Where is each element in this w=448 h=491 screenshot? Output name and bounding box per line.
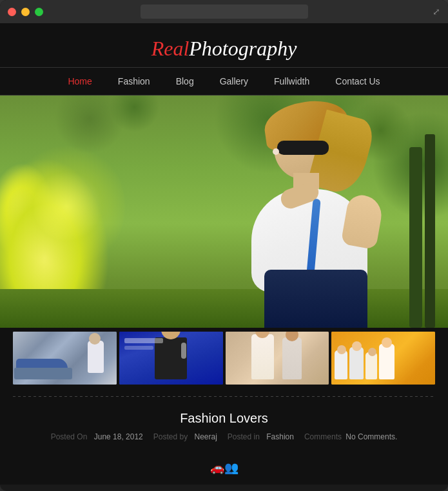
hero-scene (0, 95, 448, 328)
nav-link-home[interactable]: Home (55, 74, 104, 89)
post-meta: Posted On June 18, 2012 Posted by Neeraj… (13, 432, 435, 441)
address-bar[interactable] (141, 5, 308, 19)
main-nav: Home Fashion Blog Gallery Fullwidth Cont… (0, 68, 448, 95)
hero-figure (216, 95, 409, 328)
site-header: RealPhotography (0, 23, 448, 68)
post-date[interactable]: June 18, 2012 (94, 432, 143, 441)
post-info: Fashion Lovers Posted On June 18, 2012 P… (0, 405, 448, 454)
post-icons: 🚗👥 (0, 454, 448, 485)
thumbnail-3[interactable] (226, 332, 329, 385)
divider (13, 396, 435, 397)
post-author[interactable]: Neeraj (195, 432, 217, 441)
thumbnail-strip (0, 328, 448, 388)
nav-list: Home Fashion Blog Gallery Fullwidth Cont… (0, 68, 448, 95)
site-content: RealPhotography Home Fashion Blog Galler… (0, 23, 448, 485)
post-title: Fashion Lovers (13, 411, 435, 426)
thumbnail-2[interactable] (119, 332, 223, 385)
thumbnail-1[interactable] (13, 332, 117, 385)
close-button[interactable] (8, 8, 16, 16)
nav-link-fashion[interactable]: Fashion (105, 74, 163, 89)
thumbnail-4[interactable] (331, 332, 435, 385)
tree-trunk-1 (409, 147, 422, 328)
nav-link-contact[interactable]: Contact Us (322, 74, 393, 89)
posted-by-label: Posted by Neeraj (153, 432, 217, 441)
posted-in-label: Posted in Fashion (228, 432, 294, 441)
logo-real: Real (151, 37, 190, 60)
hero-glow (9, 142, 125, 271)
social-icons: 🚗👥 (210, 461, 239, 474)
browser-window: ⤢ RealPhotography Home Fashion Blog (0, 0, 448, 491)
nav-item-gallery: Gallery (207, 75, 261, 87)
minimize-button[interactable] (21, 8, 30, 16)
figure-sunglasses (277, 141, 329, 155)
comments-label: Comments No Comments. (304, 432, 397, 441)
logo-photography: Photography (189, 37, 297, 60)
titlebar: ⤢ (0, 0, 448, 23)
nav-item-fashion: Fashion (105, 75, 163, 87)
nav-item-home: Home (55, 75, 104, 87)
fullscreen-icon[interactable]: ⤢ (433, 6, 440, 17)
nav-item-fullwidth: Fullwidth (261, 75, 322, 87)
maximize-button[interactable] (35, 8, 43, 16)
nav-link-fullwidth[interactable]: Fullwidth (261, 74, 322, 89)
nav-link-gallery[interactable]: Gallery (207, 74, 261, 89)
figure-lower (264, 270, 367, 328)
tree-trunk-2 (425, 134, 435, 328)
nav-item-blog: Blog (163, 75, 207, 87)
nav-item-contact: Contact Us (322, 75, 393, 87)
hero-image (0, 95, 448, 328)
nav-link-blog[interactable]: Blog (163, 74, 207, 89)
post-category[interactable]: Fashion (266, 432, 294, 441)
posted-on-label: Posted On June 18, 2012 (51, 432, 143, 441)
site-logo: RealPhotography (0, 36, 448, 61)
comments-count: No Comments. (346, 432, 397, 441)
